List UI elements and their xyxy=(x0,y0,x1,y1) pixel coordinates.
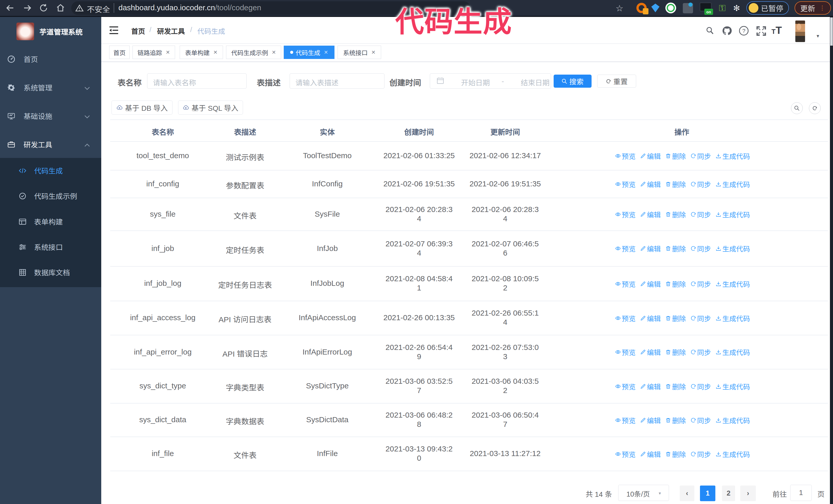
svg-text:?: ? xyxy=(742,28,745,34)
